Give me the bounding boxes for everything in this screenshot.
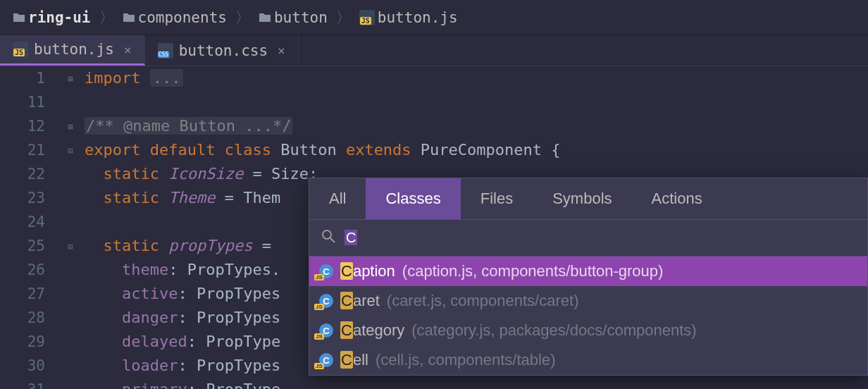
tab-button-css[interactable]: button.css × — [145, 35, 299, 66]
line-number: 21 — [0, 138, 45, 162]
editor-tabs: button.js × button.css × — [0, 35, 868, 66]
line-number: 1 — [0, 66, 45, 90]
js-file-icon — [13, 42, 28, 57]
fold-marker — [56, 186, 85, 210]
line-number: 29 — [0, 330, 45, 354]
line-number: 22 — [0, 162, 45, 186]
line-number: 23 — [0, 186, 45, 210]
class-file-icon: JS — [319, 353, 333, 367]
folder-icon — [259, 12, 271, 23]
search-input[interactable]: C — [345, 230, 357, 246]
line-number: 25 — [0, 234, 45, 258]
breadcrumb-label: button — [274, 9, 328, 26]
breadcrumb-item[interactable]: components — [123, 9, 227, 26]
close-icon[interactable]: × — [124, 42, 132, 57]
fold-marker[interactable]: ⊟ — [56, 234, 85, 258]
class-file-icon: JS — [319, 264, 333, 278]
line-number: 28 — [0, 306, 45, 330]
breadcrumb-item[interactable]: button.js — [359, 9, 458, 26]
search-icon — [321, 228, 336, 247]
svg-line-1 — [330, 238, 335, 242]
fold-marker[interactable]: ⊞ — [56, 66, 85, 90]
chevron-right-icon: 〉 — [336, 8, 351, 27]
chevron-right-icon: 〉 — [99, 8, 114, 27]
breadcrumb-item[interactable]: ring-ui — [13, 9, 91, 26]
class-file-icon: JS — [319, 323, 333, 338]
css-file-icon — [158, 43, 173, 58]
line-number: 12 — [0, 114, 45, 138]
code-line[interactable]: import ... — [85, 66, 868, 90]
class-file-icon: JS — [319, 294, 333, 308]
popup-tab-all[interactable]: All — [309, 178, 366, 219]
line-number-gutter: 11112212223242526272829303132 — [0, 66, 56, 389]
result-path: (caret.js, components/caret) — [387, 292, 579, 310]
svg-point-0 — [323, 230, 331, 239]
breadcrumb: ring-ui 〉 components 〉 button 〉 button.j… — [0, 0, 868, 35]
popup-tab-files[interactable]: Files — [461, 178, 533, 219]
result-path: (cell.js, components/table) — [376, 351, 556, 369]
result-name: Category — [340, 321, 404, 340]
fold-marker — [56, 210, 85, 234]
line-number: 26 — [0, 258, 45, 282]
breadcrumb-label: button.js — [378, 9, 458, 26]
search-result[interactable]: JSCaret (caret.js, components/caret) — [309, 286, 867, 316]
search-result[interactable]: JSCaption (caption.js, components/button… — [309, 257, 867, 286]
search-input-row: C — [309, 220, 867, 257]
code-line[interactable]: export default class Button extends Pure… — [85, 138, 868, 162]
popup-tab-classes[interactable]: Classes — [366, 178, 460, 219]
js-file-icon — [359, 10, 375, 25]
popup-tab-actions[interactable]: Actions — [632, 178, 722, 219]
line-number: 27 — [0, 282, 45, 306]
popup-tab-symbols[interactable]: Symbols — [533, 178, 631, 219]
fold-marker — [56, 90, 85, 114]
tab-button-js[interactable]: button.js × — [0, 35, 145, 66]
code-line[interactable] — [85, 90, 868, 114]
fold-marker — [56, 306, 85, 330]
code-line[interactable]: primary: PropType — [85, 378, 868, 389]
line-number: 30 — [0, 354, 45, 378]
breadcrumb-item[interactable]: button — [259, 9, 328, 26]
fold-marker — [56, 330, 85, 354]
fold-marker — [56, 162, 85, 186]
folder-icon — [123, 12, 135, 23]
fold-marker — [56, 354, 85, 378]
line-number: 11 — [0, 90, 45, 114]
line-number: 24 — [0, 210, 45, 234]
result-path: (caption.js, components/button-group) — [402, 262, 664, 280]
result-name: Caret — [340, 292, 380, 310]
close-icon[interactable]: × — [278, 43, 285, 58]
tab-label: button.css — [179, 42, 268, 59]
line-number: 31 — [0, 378, 45, 389]
search-everywhere-popup: All Classes Files Symbols Actions C JSCa… — [309, 178, 868, 376]
fold-gutter: ⊞⊞⊟⊟ — [56, 66, 85, 389]
fold-marker — [56, 282, 85, 306]
chevron-right-icon: 〉 — [235, 8, 250, 27]
code-line[interactable]: /** @name Button ...*/ — [85, 114, 868, 138]
fold-marker[interactable]: ⊟ — [56, 138, 85, 162]
result-name: Cell — [340, 351, 368, 369]
result-path: (category.js, packages/docs/components) — [411, 321, 696, 340]
fold-marker[interactable]: ⊞ — [56, 114, 85, 138]
search-result[interactable]: JSCategory (category.js, packages/docs/c… — [309, 316, 867, 345]
fold-marker — [56, 378, 85, 389]
fold-marker — [56, 258, 85, 282]
search-results: JSCaption (caption.js, components/button… — [309, 257, 867, 375]
breadcrumb-label: components — [138, 9, 227, 26]
tab-label: button.js — [34, 41, 114, 58]
breadcrumb-label: ring-ui — [28, 9, 91, 26]
search-result[interactable]: JSCell (cell.js, components/table) — [309, 345, 867, 375]
search-popup-tabs: All Classes Files Symbols Actions — [309, 178, 867, 220]
folder-icon — [13, 12, 25, 23]
result-name: Caption — [340, 262, 395, 280]
